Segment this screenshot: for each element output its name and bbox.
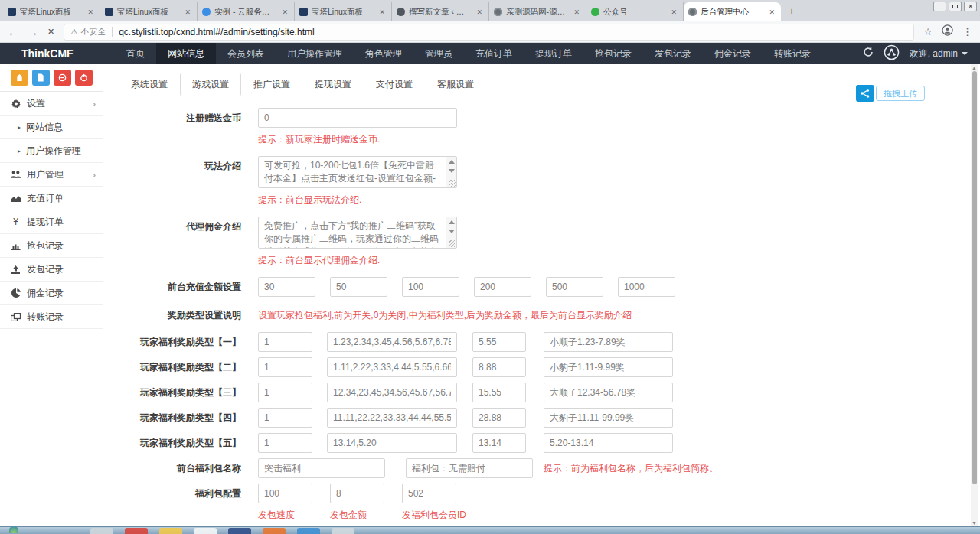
- tab-promotion-settings[interactable]: 推广设置: [241, 73, 302, 96]
- home-button[interactable]: [11, 70, 28, 86]
- tab-close-icon[interactable]: ✕: [475, 8, 484, 17]
- reward4-numbers-input[interactable]: [327, 408, 457, 428]
- sidebar-item-user-ops[interactable]: ▸ 用户操作管理: [0, 139, 103, 163]
- reward2-amount-input[interactable]: [472, 357, 526, 377]
- nav-item-member-list[interactable]: 会员列表: [216, 43, 276, 64]
- reward5-numbers-input[interactable]: [327, 433, 457, 453]
- taskbar-app-icon[interactable]: [297, 528, 320, 534]
- scroll-down-icon[interactable]: [449, 230, 455, 233]
- windows-taskbar[interactable]: [0, 526, 980, 534]
- scroll-down-icon[interactable]: [449, 169, 455, 173]
- nav-item-roles[interactable]: 角色管理: [354, 43, 413, 64]
- tab-close-icon[interactable]: ✕: [280, 8, 289, 17]
- bookmark-star-icon[interactable]: ☆: [923, 26, 933, 37]
- charge-amount-input-2[interactable]: [330, 277, 387, 297]
- browser-tab[interactable]: 公众号 ✕: [586, 2, 684, 21]
- taskbar-app-icon[interactable]: [263, 528, 286, 534]
- tab-game-settings[interactable]: 游戏设置: [180, 73, 241, 96]
- refresh-icon[interactable]: [863, 47, 874, 60]
- scroll-down-icon[interactable]: ▼: [972, 520, 977, 526]
- nav-item-recharge-orders[interactable]: 充值订单: [464, 43, 524, 64]
- back-icon[interactable]: ←: [8, 27, 18, 37]
- package-short-input[interactable]: [406, 458, 533, 478]
- nav-item-site-info[interactable]: 网站信息: [156, 43, 216, 64]
- taskbar-app-icon[interactable]: [194, 528, 217, 534]
- textarea-scrollbar[interactable]: [446, 157, 456, 187]
- register-coin-input[interactable]: [258, 108, 457, 128]
- upload-button[interactable]: 拖拽上传: [856, 85, 925, 102]
- minimize-button[interactable]: [933, 2, 946, 11]
- reward1-numbers-input[interactable]: [327, 332, 457, 352]
- agent-intro-textarea[interactable]: 免费推广，点击下方“我的推广二维码”获取你的专属推广二维码，玩家通过你的二维码进…: [258, 217, 457, 249]
- reward4-amount-input[interactable]: [472, 408, 526, 428]
- restore-button[interactable]: [949, 2, 962, 11]
- browser-tab[interactable]: 宝塔Linux面板 ✕: [100, 2, 198, 21]
- package-amount-input[interactable]: [330, 484, 384, 503]
- resize-grip-icon[interactable]: [449, 180, 456, 187]
- taskbar-app-icon[interactable]: [332, 528, 354, 534]
- reward4-desc-input[interactable]: [544, 408, 673, 428]
- reward2-numbers-input[interactable]: [327, 357, 457, 377]
- menu-dots-icon[interactable]: ⋮: [962, 26, 972, 37]
- sidebar-item-send-records[interactable]: 发包记录: [0, 258, 103, 282]
- sidebar-item-grab-records[interactable]: 抢包记录: [0, 234, 103, 258]
- page-scrollbar[interactable]: ▲ ▼: [971, 64, 978, 526]
- sidebar-item-site-info[interactable]: ▸ 网站信息: [0, 116, 103, 139]
- taskbar-app-icon[interactable]: [90, 528, 113, 534]
- sidebar-item-withdraw-orders[interactable]: ¥ 提现订单: [0, 210, 103, 234]
- clear-cache-button[interactable]: [54, 70, 71, 86]
- reward1-amount-input[interactable]: [472, 332, 526, 352]
- close-button[interactable]: ✕: [964, 2, 977, 11]
- scroll-up-icon[interactable]: [449, 220, 455, 224]
- sidebar-item-commission-records[interactable]: 佣金记录: [0, 282, 103, 305]
- charge-amount-input-4[interactable]: [474, 277, 531, 297]
- reward5-amount-input[interactable]: [472, 433, 526, 453]
- nav-item-user-ops[interactable]: 用户操作管理: [276, 43, 354, 64]
- file-button[interactable]: [32, 70, 50, 86]
- reward5-desc-input[interactable]: [544, 433, 673, 453]
- taskbar-app-icon[interactable]: [228, 528, 251, 534]
- package-name-input[interactable]: [258, 458, 385, 478]
- charge-amount-input-1[interactable]: [258, 277, 315, 297]
- browser-tab[interactable]: 实例 - 云服务器 - 控制台 ✕: [198, 2, 295, 21]
- resize-grip-icon[interactable]: [449, 240, 456, 247]
- tab-close-icon[interactable]: ✕: [183, 8, 192, 17]
- new-tab-button[interactable]: +: [784, 4, 799, 19]
- tab-close-icon[interactable]: ✕: [86, 8, 95, 17]
- package-speed-input[interactable]: [258, 484, 312, 503]
- reward3-desc-input[interactable]: [544, 383, 673, 402]
- nav-item-home[interactable]: 首页: [115, 43, 156, 64]
- nav-item-grab-records[interactable]: 抢包记录: [583, 43, 643, 64]
- welcome-user[interactable]: 欢迎, admin: [910, 47, 968, 60]
- textarea-scrollbar[interactable]: [446, 217, 456, 248]
- reward2-desc-input[interactable]: [544, 357, 673, 377]
- nav-item-admins[interactable]: 管理员: [413, 43, 464, 64]
- tab-close-icon[interactable]: ✕: [767, 8, 776, 17]
- brand-logo[interactable]: ThinkCMF: [0, 47, 115, 60]
- scroll-up-icon[interactable]: ▲: [972, 65, 977, 70]
- tab-withdraw-settings[interactable]: 提现设置: [302, 73, 364, 96]
- tab-system-settings[interactable]: 系统设置: [119, 73, 180, 96]
- nav-item-withdraw-orders[interactable]: 提现订单: [524, 43, 583, 64]
- reward1-switch-input[interactable]: [258, 332, 312, 352]
- charge-amount-input-5[interactable]: [546, 277, 603, 297]
- tab-close-icon[interactable]: ✕: [572, 8, 581, 17]
- taskbar-app-icon[interactable]: [159, 528, 182, 534]
- nav-item-commission-records[interactable]: 佣金记录: [703, 43, 763, 64]
- package-member-id-input[interactable]: [402, 484, 456, 503]
- charge-amount-input-6[interactable]: [618, 277, 675, 297]
- tab-service-settings[interactable]: 客服设置: [425, 73, 486, 96]
- sidebar-item-user-mgmt[interactable]: 用户管理 ›: [0, 163, 103, 187]
- forward-icon[interactable]: →: [28, 27, 38, 37]
- nav-item-send-records[interactable]: 发包记录: [643, 43, 703, 64]
- sidebar-item-transfer-records[interactable]: 转账记录: [0, 305, 103, 329]
- reward3-amount-input[interactable]: [472, 383, 526, 402]
- tab-close-icon[interactable]: ✕: [377, 8, 387, 17]
- browser-tab[interactable]: 宝塔Linux面板 ✕: [3, 2, 100, 21]
- tab-close-icon[interactable]: ✕: [669, 8, 678, 17]
- browser-tab[interactable]: 亲测源码网-源码之家 ✕: [489, 2, 586, 21]
- reward5-switch-input[interactable]: [258, 433, 312, 453]
- browser-tab-active[interactable]: 后台管理中心 ✕: [684, 2, 781, 21]
- reward3-switch-input[interactable]: [258, 383, 312, 402]
- sidebar-item-settings[interactable]: 设置 ›: [0, 92, 103, 116]
